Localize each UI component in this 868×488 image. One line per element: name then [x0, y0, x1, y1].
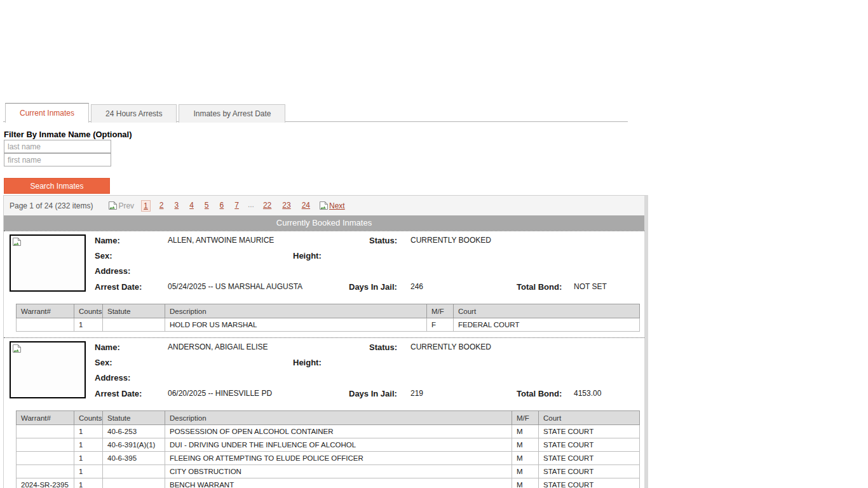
- sex-label: Sex:: [95, 251, 112, 261]
- height-label: Height:: [293, 358, 322, 367]
- col-statute: Statute: [103, 411, 165, 425]
- status-label: Status:: [369, 236, 397, 245]
- pager-nav: Prev 1234567...222324 Next: [108, 200, 344, 212]
- charge-statute: [103, 465, 165, 478]
- pager-prev[interactable]: Prev: [108, 201, 134, 210]
- charge-row: 1 HOLD FOR US MARSHAL F FEDERAL COURT: [17, 318, 640, 332]
- first-name-input[interactable]: [4, 153, 111, 166]
- charge-warrant: [17, 318, 74, 332]
- pager-pages: 1234567...222324: [141, 200, 312, 212]
- pager-page-3[interactable]: 3: [172, 200, 180, 212]
- charge-court: STATE COURT: [539, 478, 640, 488]
- total-bond-value: 4153.00: [574, 389, 601, 398]
- status-value: CURRENTLY BOOKED: [410, 236, 491, 245]
- charge-statute: [103, 478, 165, 488]
- pager-page-6[interactable]: 6: [218, 200, 226, 212]
- charge-statute: 40-6-395: [103, 452, 165, 465]
- pager-page-7[interactable]: 7: [233, 200, 241, 212]
- charge-mf: M: [512, 438, 539, 452]
- inmate-photo: [10, 234, 86, 292]
- pager-ellipsis: ...: [248, 200, 254, 212]
- charge-warrant: [17, 452, 74, 465]
- col-court: Court: [454, 304, 640, 318]
- address-label: Address:: [95, 266, 130, 276]
- pager-page-23[interactable]: 23: [280, 200, 292, 212]
- charge-row: 1 CITY OBSTRUCTION M STATE COURT: [17, 465, 640, 478]
- charge-court: STATE COURT: [539, 438, 640, 452]
- broken-image-icon: [108, 201, 118, 210]
- charge-counts: 1: [74, 438, 103, 452]
- broken-image-icon: [12, 237, 22, 247]
- last-name-input[interactable]: [4, 140, 111, 153]
- pager-page-current[interactable]: 1: [141, 200, 151, 212]
- name-value: ALLEN, ANTWOINE MAURICE: [168, 236, 274, 245]
- col-mf: M/F: [512, 411, 539, 425]
- broken-image-icon: [12, 344, 22, 353]
- charge-mf: M: [512, 465, 539, 478]
- charge-description: DUI - DRIVING UNDER THE INFLUENCE OF ALC…: [165, 438, 512, 452]
- tab-current-inmates[interactable]: Current Inmates: [5, 103, 89, 123]
- charge-court: STATE COURT: [539, 425, 640, 438]
- name-value: ANDERSON, ABIGAIL ELISE: [168, 342, 268, 351]
- charges-header-row: Warrant# Counts Statute Description M/F …: [17, 411, 640, 425]
- charge-warrant: [17, 465, 74, 478]
- address-label: Address:: [95, 373, 130, 383]
- inmate-info: Name: ANDERSON, ABIGAIL ELISE Status: CU…: [4, 338, 644, 406]
- pager-page-2[interactable]: 2: [158, 200, 166, 212]
- col-description: Description: [165, 411, 512, 425]
- inmate-record: Name: ALLEN, ANTWOINE MAURICE Status: CU…: [4, 231, 644, 332]
- status-label: Status:: [369, 342, 397, 352]
- charge-warrant: [17, 438, 74, 452]
- pager-page-4[interactable]: 4: [187, 200, 196, 212]
- charge-warrant: [17, 425, 74, 438]
- status-value: CURRENTLY BOOKED: [410, 342, 491, 351]
- charges-header-row: Warrant# Counts Statute Description M/F …: [17, 304, 640, 318]
- col-description: Description: [165, 304, 427, 318]
- days-in-jail-value: 219: [410, 389, 423, 398]
- pager-next[interactable]: Next: [319, 201, 345, 210]
- inmate-photo: [10, 341, 86, 398]
- total-bond-label: Total Bond:: [517, 282, 562, 292]
- charge-counts: 1: [74, 318, 103, 332]
- results-panel: Page 1 of 24 (232 items) Prev 1234567...…: [3, 195, 648, 488]
- col-warrant: Warrant#: [17, 411, 74, 425]
- days-in-jail-label: Days In Jail:: [349, 282, 397, 292]
- tab-24-hours-arrests[interactable]: 24 Hours Arrests: [91, 104, 177, 123]
- days-in-jail-label: Days In Jail:: [349, 389, 397, 398]
- pager-prev-label: Prev: [118, 201, 134, 210]
- pager-page-24[interactable]: 24: [300, 200, 312, 212]
- col-counts: Counts: [74, 304, 103, 318]
- name-label: Name:: [95, 236, 120, 245]
- sex-label: Sex:: [95, 358, 112, 367]
- total-bond-label: Total Bond:: [517, 389, 562, 398]
- charge-counts: 1: [74, 452, 103, 465]
- col-warrant: Warrant#: [17, 304, 74, 318]
- charge-statute: [103, 318, 165, 332]
- inmate-record: Name: ANDERSON, ABIGAIL ELISE Status: CU…: [4, 337, 644, 488]
- tab-inmates-by-arrest-date[interactable]: Inmates by Arrest Date: [179, 104, 285, 123]
- pager-bar: Page 1 of 24 (232 items) Prev 1234567...…: [4, 196, 644, 215]
- tabstrip: Current Inmates 24 Hours Arrests Inmates…: [5, 103, 287, 123]
- charges-table: Warrant# Counts Statute Description M/F …: [16, 410, 640, 488]
- charge-description: HOLD FOR US MARSHAL: [165, 318, 427, 332]
- search-inmates-button[interactable]: Search Inmates: [4, 178, 110, 194]
- charge-mf: F: [427, 318, 454, 332]
- pager-next-label: Next: [329, 201, 345, 210]
- charge-court: STATE COURT: [539, 465, 640, 478]
- charge-row: 1 40-6-391(A)(1) DUI - DRIVING UNDER THE…: [17, 438, 640, 452]
- charges-table: Warrant# Counts Statute Description M/F …: [16, 304, 640, 332]
- pager-page-22[interactable]: 22: [261, 200, 273, 212]
- arrest-date-label: Arrest Date:: [95, 389, 142, 398]
- inmate-list: Name: ALLEN, ANTWOINE MAURICE Status: CU…: [4, 231, 644, 488]
- arrest-date-value: 06/20/2025 -- HINESVILLE PD: [168, 389, 272, 398]
- charge-statute: 40-6-391(A)(1): [103, 438, 165, 452]
- pager-summary: Page 1 of 24 (232 items): [10, 201, 93, 210]
- charge-row: 2024-SR-2395 1 BENCH WARRANT M STATE COU…: [17, 478, 640, 488]
- charge-court: STATE COURT: [539, 452, 640, 465]
- charge-counts: 1: [74, 465, 103, 478]
- charge-statute: 40-6-253: [103, 425, 165, 438]
- charge-counts: 1: [74, 478, 103, 488]
- charge-row: 1 40-6-253 POSSESSION OF OPEN ALCOHOL CO…: [17, 425, 640, 438]
- charge-description: FLEEING OR ATTEMPTING TO ELUDE POLICE OF…: [165, 452, 512, 465]
- pager-page-5[interactable]: 5: [203, 200, 211, 212]
